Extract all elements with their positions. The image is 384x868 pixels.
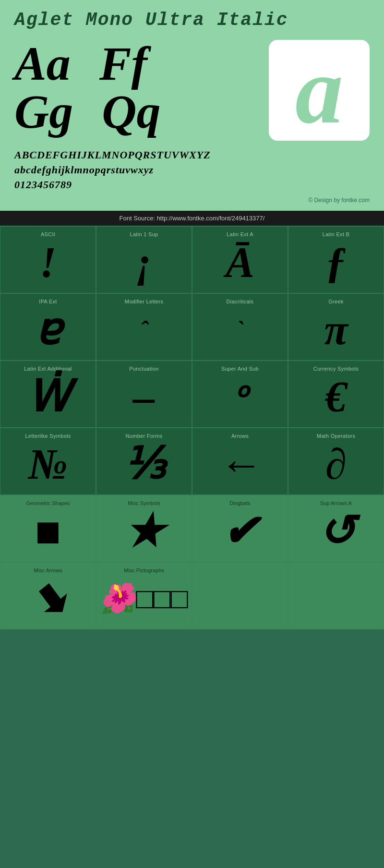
letter-aa: Aa <box>14 40 71 88</box>
glyph-cell-arrows: Arrows ← <box>192 428 288 495</box>
glyph-cell-letterlike: Letterlike Symbols № <box>0 428 96 495</box>
glyph-cell-ipaext: IPA Ext ɐ <box>0 293 96 361</box>
glyph-cell-punct: Punctuation – <box>96 361 192 428</box>
label-arrows: Arrows <box>231 433 249 439</box>
glyph-cell-modletters: Modifier Letters ˆ <box>96 293 192 361</box>
label-miscsym: Misc Symbols <box>128 500 160 506</box>
char-punct: – <box>133 375 155 419</box>
glyph-cell-ascii: ASCII ! <box>0 226 96 293</box>
char-ipaext: ɐ <box>35 308 61 351</box>
label-dingbats: Dingbats <box>229 500 250 506</box>
glyph-cell-miscarrows: Misc Arrows ⬊ <box>0 562 96 629</box>
label-greek: Greek <box>328 299 343 304</box>
specimen-pairs: Aa Ff Gg Qq <box>14 40 259 136</box>
glyph-cell-miscpicto: Misc Pictographs 🌺□□□ <box>96 562 192 629</box>
char-diacrit: ` <box>236 318 244 342</box>
label-currency: Currency Symbols <box>313 366 359 372</box>
char-numforms: ⅓ <box>123 443 165 486</box>
lowercase-alphabet: abcdefghijklmnopqrstuvwxyz <box>14 163 370 178</box>
char-ascii: ! <box>39 241 56 284</box>
letter-gg: Gg <box>14 88 73 136</box>
glyph-cell-diacrit: Diacriticals ` <box>192 293 288 361</box>
glyph-cell-latinextb: Latin Ext B ƒ <box>288 226 384 293</box>
glyph-cell-numforms: Number Forms ⅓ <box>96 428 192 495</box>
char-miscarrows: ⬊ <box>30 577 66 620</box>
char-currency: € <box>325 375 347 419</box>
glyph-cell-latin1sup: Latin 1 Sup ¡ <box>96 226 192 293</box>
label-latinextadd: Latin Ext Additional <box>24 366 72 372</box>
glyph-cell-miscsym: Misc Symbols ★ <box>96 495 192 562</box>
uppercase-alphabet: ABCDEFGHIJKLMNOPQRSTUVWXYZ <box>14 148 370 163</box>
specimen-row-2: Gg Qq <box>14 88 259 136</box>
source-text: Font Source: http://www.fontke.com/font/… <box>120 215 265 222</box>
label-latinextb: Latin Ext B <box>323 231 350 237</box>
copyright: © Design by fontke.com <box>14 197 370 206</box>
label-diacrit: Diacriticals <box>227 299 254 304</box>
char-letterlike: № <box>28 443 68 486</box>
char-geoshapes: ■ <box>35 510 61 553</box>
label-latin1sup: Latin 1 Sup <box>130 231 158 237</box>
glyph-cell-mathops: Math Operators ∂ <box>288 428 384 495</box>
label-supersub: Super And Sub <box>221 366 259 372</box>
glyph-cell-latinextadd: Latin Ext Additional Ẇ <box>0 361 96 428</box>
specimen-large: Aa Ff Gg Qq a <box>14 40 370 141</box>
label-ascii: ASCII <box>41 231 55 237</box>
glyph-cell-geoshapes: Geometric Shapes ■ <box>0 495 96 562</box>
label-modletters: Modifier Letters <box>125 299 164 304</box>
glyph-cell-empty1 <box>192 562 288 629</box>
label-mathops: Math Operators <box>317 433 356 439</box>
char-mathops: ∂ <box>325 443 347 486</box>
label-numforms: Number Forms <box>126 433 163 439</box>
glyph-cell-suparrowsa: Sup Arrows A ↺ <box>288 495 384 562</box>
char-dingbats: ✔ <box>222 510 258 553</box>
glyph-grid: ASCII ! Latin 1 Sup ¡ Latin Ext A Ā Lati… <box>0 226 384 495</box>
char-latinextb: ƒ <box>325 241 347 284</box>
large-char: a <box>295 42 343 138</box>
char-arrows: ← <box>218 443 262 486</box>
label-letterlike: Letterlike Symbols <box>25 433 71 439</box>
alphabet-section: ABCDEFGHIJKLMNOPQRSTUVWXYZ abcdefghijklm… <box>14 148 370 194</box>
letter-ff: Ff <box>99 40 147 88</box>
char-miscpicto: 🌺□□□ <box>100 584 188 613</box>
digits: 0123456789 <box>14 178 370 193</box>
glyph-cell-empty2 <box>288 562 384 629</box>
label-miscpicto: Misc Pictographs <box>124 567 164 573</box>
bottom-glyph-grid: Geometric Shapes ■ Misc Symbols ★ Dingba… <box>0 495 384 629</box>
letter-qq: Qq <box>102 88 160 136</box>
large-char-bg: a <box>269 40 370 141</box>
char-greek: π <box>324 308 348 351</box>
char-supersub: ᵒ <box>233 380 247 414</box>
specimen-row-1: Aa Ff <box>14 40 259 88</box>
char-modletters: ˆ <box>140 318 148 342</box>
header-section: Aglet Mono Ultra Italic Aa Ff Gg Qq a AB… <box>0 0 384 211</box>
glyph-cell-currency: Currency Symbols € <box>288 361 384 428</box>
label-punct: Punctuation <box>129 366 158 372</box>
glyph-cell-latinexta: Latin Ext A Ā <box>192 226 288 293</box>
char-latinexta: Ā <box>226 241 254 284</box>
label-miscarrows: Misc Arrows <box>34 567 62 573</box>
bottom-grid: Geometric Shapes ■ Misc Symbols ★ Dingba… <box>0 495 384 629</box>
glyph-cell-supersub: Super And Sub ᵒ <box>192 361 288 428</box>
glyph-cell-greek: Greek π <box>288 293 384 361</box>
glyph-cell-dingbats: Dingbats ✔ <box>192 495 288 562</box>
source-bar: Font Source: http://www.fontke.com/font/… <box>0 211 384 226</box>
label-geoshapes: Geometric Shapes <box>26 500 70 506</box>
label-suparrowsa: Sup Arrows A <box>320 500 352 506</box>
label-ipaext: IPA Ext <box>39 299 57 304</box>
font-title: Aglet Mono Ultra Italic <box>14 10 370 30</box>
char-latin1sup: ¡ <box>135 241 152 284</box>
char-latinextadd: Ẇ <box>27 375 70 419</box>
label-latinexta: Latin Ext A <box>227 231 253 237</box>
char-miscsym: ★ <box>125 510 164 553</box>
char-suparrowsa: ↺ <box>318 510 354 553</box>
